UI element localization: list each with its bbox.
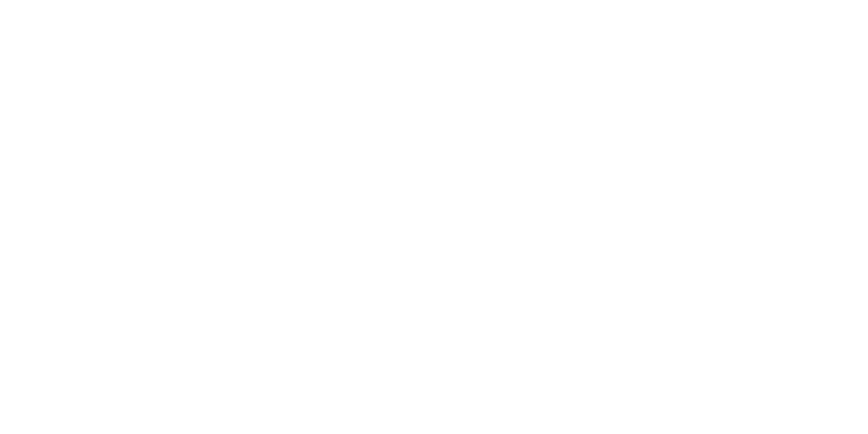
- weather-plot-page: { "title": "NWS Synoptic Data at Caribou…: [0, 0, 868, 434]
- weather-chart: [0, 0, 868, 434]
